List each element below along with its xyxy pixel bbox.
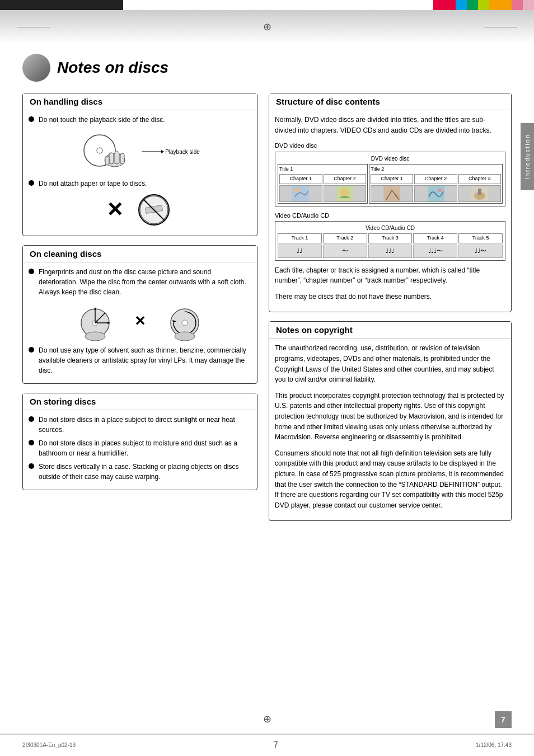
storing-dot-2 [29,440,34,445]
dvd-thumb-5 [458,185,501,202]
storing-dot-1 [29,416,34,422]
color-block-1 [433,0,444,10]
vcd-tracks-row: Track 1 Track 2 Track 3 Track 4 Track 5 [278,233,503,243]
storing-bullet-3: Store discs vertically in a case. Stacki… [29,462,251,482]
dvd-box: DVD video disc Title 1 Chapter 1 Chapter… [275,152,505,206]
structure-title: Structure of disc contents [269,93,511,110]
structure-content: Normally, DVD video discs are divided in… [269,110,511,312]
dvd-ch2-t1: Chapter 2 [324,174,367,184]
handling-content: Do not touch the playback side of the di… [23,110,257,236]
page-title-area: Notes on discs [0,44,534,87]
storing-bullet-1: Do not store discs in a place subject to… [29,415,251,435]
playback-arrow-svg [142,149,164,154]
color-block-5 [478,0,489,10]
bottom-bar: 2I30301A-En_p02-13 7 1/12/06, 17:43 [0,734,534,756]
dvd-title-2-chapters: Chapter 1 Chapter 2 Chapter 3 [371,174,501,184]
cleaning-bullet-2-text: Do not use any type of solvent such as t… [39,345,251,375]
no-tape-illustration: ✕ [29,193,251,227]
disc-hold-illustration: Playback side [29,129,251,174]
crosshair-bottom: ⊕ [263,713,271,725]
dvd-thumb-2 [324,185,367,202]
dvd-thumb-1 [279,185,322,202]
dvd-ch1-t1: Chapter 1 [279,174,322,184]
bullet-dot-2 [29,180,34,186]
dvd-title-2: Title 2 Chapter 1 Chapter 2 Chapter 3 [369,164,503,204]
intro-sidebar: Introduction [521,123,534,190]
playback-arrow-group: Playback side [142,148,200,156]
svg-rect-5 [120,153,124,164]
dvd-top-label: DVD video disc [278,154,503,163]
vcd-icon-3: ♩♩♩ [368,245,413,258]
section-structure: Structure of disc contents Normally, DVD… [269,93,512,312]
dvd-diagram: DVD video disc DVD video disc Title 1 Ch… [275,141,505,261]
dvd-thumb-4 [414,185,457,202]
cleaning-correct-svg [73,302,118,341]
vcd-track-3: Track 3 [368,233,413,243]
storing-bullet-2-text: Do not store discs in places subject to … [39,438,251,458]
dvd-title-1: Title 1 Chapter 1 Chapter 2 [278,164,368,204]
vcd-track-2: Track 2 [323,233,367,243]
structure-desc1: Each title, chapter or track is assigned… [275,265,505,286]
disc-hold-correct-svg [80,129,130,174]
handling-bullet-1-text: Do not touch the playback side of the di… [39,115,165,125]
cleaning-wrong-svg [162,302,207,341]
vcd-top-label: Video CD/Audio CD [278,224,503,232]
copyright-para1: The unauthorized recording, use, distrib… [275,343,505,384]
dvd-titles-row: Title 1 Chapter 1 Chapter 2 [278,164,503,204]
header-crosshair: ⊕ [263,21,271,33]
cleaning-title: On cleaning discs [23,246,257,262]
copyright-content: The unauthorized recording, use, distrib… [269,339,511,520]
vcd-icon-2: 〜 [323,245,367,258]
vcd-track-4: Track 4 [413,233,457,243]
color-block-4 [467,0,478,10]
svg-point-23 [182,320,188,326]
vcd-track-1: Track 1 [278,233,322,243]
handling-bullet-2: Do not attach paper or tape to discs. [29,179,251,189]
storing-bullet-2: Do not store discs in places subject to … [29,438,251,458]
cleaning-bullet-2: Do not use any type of solvent such as t… [29,345,251,375]
handling-bullet-1: Do not touch the playback side of the di… [29,115,251,125]
top-bar-colors [433,0,534,10]
top-bar-mid [123,0,433,10]
section-storing: On storing discs Do not store discs in a… [22,393,257,490]
copyright-para2: This product incorporates copyright prot… [275,391,505,443]
vcd-icon-5: ♩♩〜 [458,245,503,258]
structure-desc2: There may be discs that do not have thes… [275,292,505,302]
svg-rect-6 [105,156,109,165]
color-block-2 [444,0,456,10]
color-block-3 [456,0,467,10]
storing-title: On storing discs [23,393,257,410]
intro-sidebar-label: Introduction [524,134,531,179]
color-block-9 [523,0,534,10]
playback-label-text: Playback side [165,148,200,156]
page-number-box: 7 [495,711,512,728]
color-block-6 [489,0,500,10]
main-content: On handling discs Do not touch the playb… [0,87,534,530]
vcd-icon-1: ♩♩ [278,245,322,258]
handling-title: On handling discs [23,93,257,110]
handling-bullet-2-text: Do not attach paper or tape to discs. [39,179,147,189]
footer-center: 7 [273,740,278,750]
structure-intro: Normally, DVD video discs are divided in… [275,115,505,135]
copyright-title: Notes on copyright [269,322,511,339]
section-copyright: Notes on copyright The unauthorized reco… [269,321,512,521]
storing-bullet-1-text: Do not store discs in a place subject to… [39,415,251,435]
page-title: Notes on discs [57,59,168,77]
dvd-t1-images [279,185,366,202]
header-line-left [17,27,50,27]
dvd-title-2-label: Title 2 [371,166,501,173]
svg-marker-8 [161,150,164,153]
copyright-para3: Consumers should note that not all high … [275,448,505,511]
dvd-ch2-t2: Chapter 2 [414,174,457,184]
right-column: Structure of disc contents Normally, DVD… [269,93,512,530]
dvd-ch1-t2: Chapter 1 [371,174,413,184]
color-block-8 [512,0,523,10]
x-mark: ✕ [106,195,123,225]
storing-bullet-3-text: Store discs vertically in a case. Stacki… [39,462,251,482]
svg-point-27 [294,188,299,192]
dvd-thumb-3 [371,185,413,202]
dvd-title-1-label: Title 1 [279,166,366,173]
svg-point-32 [438,189,442,192]
page-number: 7 [501,715,505,724]
cleaning-bullet-1: Fingerprints and dust on the disc cause … [29,267,251,297]
